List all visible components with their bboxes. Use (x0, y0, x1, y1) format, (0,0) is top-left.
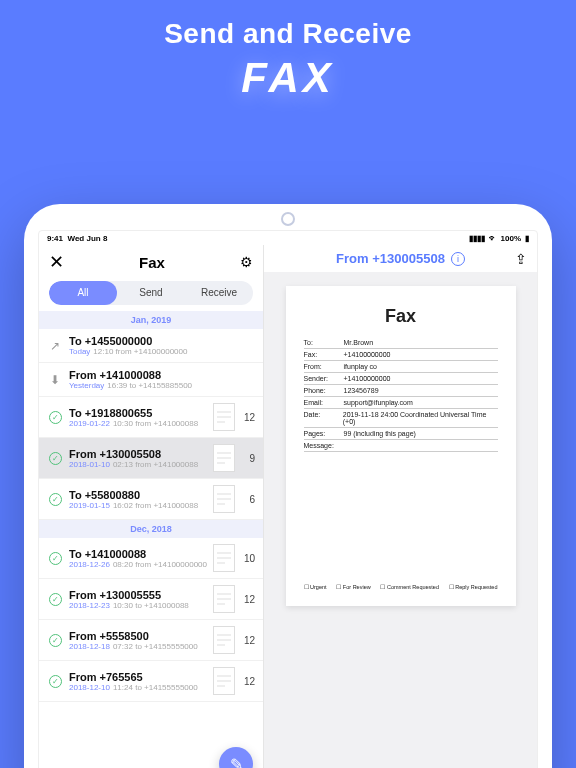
doc-checkbox: Comment Requested (380, 584, 439, 590)
wifi-icon: ᯤ (489, 234, 497, 243)
status-icon: ✓ (47, 591, 63, 607)
row-title: From +5558500 (69, 630, 207, 642)
seg-all[interactable]: All (49, 281, 117, 305)
row-title: To +141000088 (69, 548, 207, 560)
battery-pct: 100% (501, 234, 521, 243)
row-title: From +130005555 (69, 589, 207, 601)
row-title: To +1455000000 (69, 335, 255, 347)
doc-field-key: Sender: (304, 375, 338, 382)
doc-field-key: Email: (304, 399, 338, 406)
tablet-frame: 9:41 Wed Jun 8 ▮▮▮▮ ᯤ 100% ▮ ✕ Fax ⚙ All… (24, 204, 552, 768)
row-date: 2018-01-10 (69, 460, 110, 469)
row-date: Yesterday (69, 381, 104, 390)
status-icon: ✓ (47, 673, 63, 689)
seg-send[interactable]: Send (117, 281, 185, 305)
thumbnail-icon (213, 444, 235, 472)
close-icon[interactable]: ✕ (49, 251, 64, 273)
doc-field-value: 123456789 (344, 387, 379, 394)
status-bar: 9:41 Wed Jun 8 ▮▮▮▮ ᯤ 100% ▮ (39, 231, 537, 245)
row-sub: 02:13 from +141000088 (113, 460, 198, 469)
right-pane: From +130005508 i ⇪ Fax To:Mr.BrownFax:+… (264, 245, 537, 768)
row-date: 2019-01-15 (69, 501, 110, 510)
home-button-icon (281, 212, 295, 226)
list-item[interactable]: ✓From +7655652018-12-1011:24 to +1415555… (39, 661, 263, 702)
thumbnail-icon (213, 544, 235, 572)
page-count: 12 (241, 594, 255, 605)
hero-line1: Send and Receive (0, 18, 576, 50)
info-icon[interactable]: i (451, 252, 465, 266)
list-item[interactable]: ✓To +558008802019-01-1516:02 from +14100… (39, 479, 263, 520)
doc-field-value: support@ifunplay.com (344, 399, 413, 406)
battery-icon: ▮ (525, 234, 529, 243)
thumbnail-icon (213, 626, 235, 654)
page-count: 10 (241, 553, 255, 564)
status-icon: ↗ (47, 338, 63, 354)
row-sub: 07:32 to +14155555000 (113, 642, 198, 651)
doc-checkbox: Reply Requested (449, 584, 498, 590)
list-item[interactable]: ↗To +1455000000Today12:10 from +14100000… (39, 329, 263, 363)
row-sub: 16:39 to +14155885500 (107, 381, 192, 390)
doc-field-value: 99 (including this page) (344, 430, 416, 437)
doc-checkbox: Urgent (304, 584, 327, 590)
row-sub: 12:10 from +14100000000 (93, 347, 187, 356)
thumbnail-icon (213, 585, 235, 613)
doc-field-key: To: (304, 339, 338, 346)
left-title: Fax (139, 254, 165, 271)
section-header: Dec, 2018 (39, 520, 263, 538)
row-date: 2018-12-23 (69, 601, 110, 610)
status-icon: ✓ (47, 632, 63, 648)
doc-field-key: Pages: (304, 430, 338, 437)
row-sub: 10:30 to +141000088 (113, 601, 189, 610)
list-item[interactable]: ✓From +1300055552018-12-2310:30 to +1410… (39, 579, 263, 620)
doc-field-value: +14100000000 (344, 375, 391, 382)
hero-line2: FAX (0, 54, 576, 102)
doc-field-key: Fax: (304, 351, 338, 358)
doc-field-value: +14100000000 (344, 351, 391, 358)
screen: 9:41 Wed Jun 8 ▮▮▮▮ ᯤ 100% ▮ ✕ Fax ⚙ All… (38, 230, 538, 768)
status-icon: ✓ (47, 409, 63, 425)
status-date: Wed Jun 8 (67, 234, 107, 243)
thumbnail-icon (213, 485, 235, 513)
list-item[interactable]: ⬇From +141000088Yesterday16:39 to +14155… (39, 363, 263, 397)
page-count: 6 (241, 494, 255, 505)
thumbnail-icon (213, 667, 235, 695)
row-date: 2018-12-18 (69, 642, 110, 651)
detail-title: From +130005508 (336, 251, 445, 266)
row-title: From +765565 (69, 671, 207, 683)
page-count: 12 (241, 635, 255, 646)
status-time: 9:41 (47, 234, 63, 243)
fax-document[interactable]: Fax To:Mr.BrownFax:+14100000000From:ifun… (286, 286, 516, 606)
doc-field-value: Mr.Brown (344, 339, 374, 346)
row-sub: 08:20 from +14100000000 (113, 560, 207, 569)
list-item[interactable]: ✓To +19188006552019-01-2210:30 from +141… (39, 397, 263, 438)
row-sub: 16:02 from +141000088 (113, 501, 198, 510)
status-icon: ⬇ (47, 372, 63, 388)
fax-list[interactable]: Jan, 2019↗To +1455000000Today12:10 from … (39, 311, 263, 768)
left-pane: ✕ Fax ⚙ All Send Receive Jan, 2019↗To +1… (39, 245, 264, 768)
doc-field-key: From: (304, 363, 338, 370)
status-icon: ✓ (47, 491, 63, 507)
status-icon: ✓ (47, 550, 63, 566)
page-count: 9 (241, 453, 255, 464)
doc-field-key: Date: (304, 411, 337, 425)
list-item[interactable]: ✓From +55585002018-12-1807:32 to +141555… (39, 620, 263, 661)
doc-heading: Fax (304, 306, 498, 327)
compose-icon: ✎ (230, 755, 243, 769)
share-icon[interactable]: ⇪ (515, 251, 527, 267)
list-item[interactable]: ✓From +1300055082018-01-1002:13 from +14… (39, 438, 263, 479)
segmented-control[interactable]: All Send Receive (49, 281, 253, 305)
page-count: 12 (241, 676, 255, 687)
row-date: 2018-12-26 (69, 560, 110, 569)
list-item[interactable]: ✓To +1410000882018-12-2608:20 from +1410… (39, 538, 263, 579)
row-date: 2018-12-10 (69, 683, 110, 692)
section-header: Jan, 2019 (39, 311, 263, 329)
gear-icon[interactable]: ⚙ (240, 254, 253, 270)
row-sub: 10:30 from +141000088 (113, 419, 198, 428)
row-date: Today (69, 347, 90, 356)
page-count: 12 (241, 412, 255, 423)
seg-receive[interactable]: Receive (185, 281, 253, 305)
doc-checkbox: For Review (336, 584, 370, 590)
signal-icon: ▮▮▮▮ (469, 234, 485, 243)
row-title: From +130005508 (69, 448, 207, 460)
row-title: To +1918800655 (69, 407, 207, 419)
